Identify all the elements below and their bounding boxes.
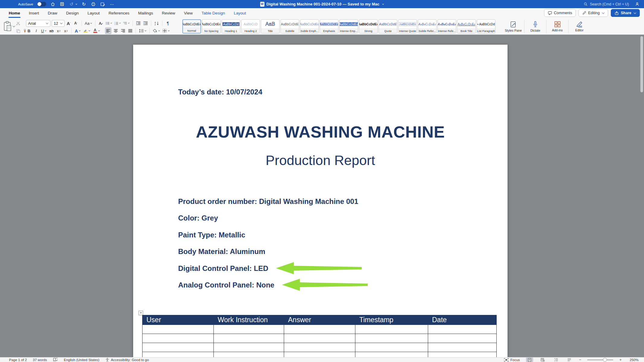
align-left-button[interactable]	[105, 27, 111, 34]
outline-view-button[interactable]	[553, 357, 560, 362]
table-cell[interactable]	[214, 334, 284, 343]
home-icon[interactable]	[50, 2, 56, 7]
grow-font-button[interactable]: Aˆ	[66, 20, 72, 27]
save-icon[interactable]	[59, 2, 65, 7]
style-intense-emphasis[interactable]: AaBbCcDdEeIntense Emp...	[339, 19, 358, 33]
more-commands-icon[interactable]: ⋯	[109, 2, 115, 7]
zoom-out-button[interactable]: −	[579, 357, 582, 362]
add-ins-button[interactable]: Add-ins	[546, 19, 568, 34]
style-normal[interactable]: AaBbCcDdEeNormal	[182, 19, 201, 33]
show-paragraph-marks-button[interactable]: ¶	[165, 20, 171, 27]
draft-view-button[interactable]	[566, 357, 573, 362]
multilevel-list-button[interactable]	[123, 20, 130, 27]
zoom-in-button[interactable]: +	[619, 357, 622, 362]
autosave-toggle[interactable]	[37, 2, 46, 6]
print-layout-view-button[interactable]	[526, 357, 533, 362]
font-size-select[interactable]: 12	[52, 20, 65, 27]
tab-references[interactable]: References	[108, 8, 130, 18]
doc-title[interactable]: AZUWASH WASHING MACHINE	[133, 122, 508, 141]
redo-icon[interactable]: ↻	[81, 2, 87, 7]
page-indicator[interactable]: Page 1 of 2	[9, 358, 27, 362]
doc-line[interactable]: Color: Grey	[178, 210, 358, 226]
table-cell[interactable]	[143, 343, 214, 352]
document-canvas[interactable]: Today’s date: 10/07/2024 AZUWASH WASHING…	[0, 35, 644, 357]
tab-review[interactable]: Review	[162, 8, 175, 18]
tab-home[interactable]: Home	[8, 8, 21, 18]
undo-icon[interactable]: ↺	[69, 2, 74, 7]
vertical-scrollbar[interactable]	[640, 36, 643, 92]
table-move-handle[interactable]: +	[139, 311, 143, 315]
profile-icon[interactable]	[634, 2, 640, 7]
dictate-button[interactable]: Dictate	[524, 19, 546, 34]
highlight-color-button[interactable]	[82, 27, 91, 34]
doc-line[interactable]: Body Material: Aluminum	[178, 243, 358, 260]
italic-button[interactable]: I	[33, 27, 39, 34]
report-table[interactable]: User Work Instruction Answer Timestamp D…	[142, 315, 497, 357]
doc-date-line[interactable]: Today’s date: 10/07/2024	[178, 88, 262, 96]
styles-pane-button[interactable]: Styles Pane	[502, 19, 524, 34]
col-header-timestamp[interactable]: Timestamp	[355, 315, 428, 325]
change-case-button[interactable]: Aa	[84, 20, 93, 27]
align-right-button[interactable]	[120, 27, 126, 34]
word-count[interactable]: 37 words	[33, 358, 47, 362]
underline-button[interactable]: U	[40, 27, 47, 34]
paste-button[interactable]	[3, 19, 15, 33]
zoom-slider[interactable]	[587, 360, 613, 360]
style-list-paragraph[interactable]: • AaBbCcDdList Paragraph	[477, 19, 495, 33]
style-title[interactable]: AaBTitle	[261, 19, 280, 33]
justify-button[interactable]	[127, 27, 133, 34]
table-cell[interactable]	[214, 325, 284, 334]
style-heading-2[interactable]: AaBbCcDHeading 2	[241, 19, 260, 33]
increase-indent-button[interactable]	[143, 20, 149, 27]
table-cell[interactable]	[214, 343, 284, 352]
tab-mailings[interactable]: Mailings	[138, 8, 153, 18]
table-cell[interactable]	[284, 343, 355, 352]
undo-menu-chevron-icon[interactable]	[75, 3, 77, 5]
table-cell[interactable]	[355, 352, 428, 357]
comments-button[interactable]: Comments	[544, 9, 576, 17]
table-cell[interactable]	[428, 352, 497, 357]
style-emphasis[interactable]: AaBbCcDdEeEmphasis	[320, 19, 338, 33]
table-cell[interactable]	[355, 343, 428, 352]
superscript-button[interactable]: x2	[63, 27, 69, 34]
doc-subtitle[interactable]: Production Report	[133, 153, 508, 168]
title-menu-chevron-icon[interactable]	[382, 3, 384, 5]
tab-view[interactable]: View	[184, 8, 193, 18]
line-spacing-button[interactable]	[138, 27, 147, 34]
editing-mode-button[interactable]: Editing	[578, 9, 608, 17]
tab-table-design[interactable]: Table Design	[201, 8, 225, 18]
table-cell[interactable]	[355, 334, 428, 343]
document-page[interactable]: Today’s date: 10/07/2024 AZUWASH WASHING…	[133, 45, 508, 357]
cut-button[interactable]	[15, 20, 21, 27]
bold-button[interactable]: B	[26, 27, 32, 34]
table-cell[interactable]	[143, 334, 214, 343]
align-center-button[interactable]	[113, 27, 119, 34]
table-cell[interactable]	[284, 334, 355, 343]
editor-button[interactable]: Editor	[569, 19, 590, 34]
decrease-indent-button[interactable]	[135, 20, 141, 27]
style-heading-1[interactable]: AaBbCcDdHeading 1	[222, 19, 240, 33]
table-cell[interactable]	[428, 325, 497, 334]
style-intense-reference[interactable]: AaBbCcDdEeIntense Refe...	[437, 19, 456, 33]
tab-table-layout[interactable]: Layout	[233, 8, 246, 18]
style-intense-quote[interactable]: AaBbCcDdEeIntense Quote	[398, 19, 417, 33]
zoom-slider-knob[interactable]	[603, 358, 607, 362]
search-input[interactable]: Search (Cmd + Ctrl + U)	[584, 2, 629, 6]
tab-design[interactable]: Design	[66, 8, 79, 18]
bullets-button[interactable]	[105, 20, 113, 27]
style-subtitle[interactable]: AaBbCcDdESubtitle	[280, 19, 299, 33]
text-effects-button[interactable]: A	[74, 27, 81, 34]
web-layout-view-button[interactable]	[539, 357, 546, 362]
style-no-spacing[interactable]: AaBbCcDdEeNo Spacing	[202, 19, 221, 33]
copy-button[interactable]	[15, 28, 21, 34]
subscript-button[interactable]: x2	[56, 27, 62, 34]
table-cell[interactable]	[355, 325, 428, 334]
shading-button[interactable]	[152, 27, 161, 34]
doc-line[interactable]: Product order number: Digital Washing Ma…	[178, 193, 358, 210]
table-cell[interactable]	[284, 352, 355, 357]
table-cell[interactable]	[284, 325, 355, 334]
accessibility-status[interactable]: Accessibility: Good to go	[105, 358, 149, 362]
doc-line[interactable]: Paint Type: Metallic	[178, 227, 358, 243]
style-subtle-emphasis[interactable]: AaBbCcDdEeSubtle Emph...	[300, 19, 319, 33]
style-subtle-reference[interactable]: AaBbCcDdEeSubtle Refer...	[418, 19, 437, 33]
